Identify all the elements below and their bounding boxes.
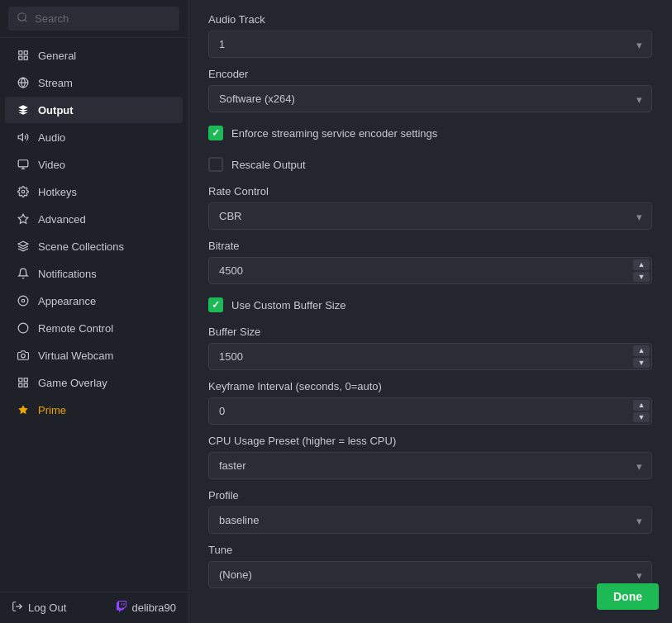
remote-icon xyxy=(17,321,30,335)
bitrate-spinner: ▲ ▼ xyxy=(632,259,651,283)
tune-select[interactable]: (None) film animation grain stillimage f… xyxy=(208,561,652,588)
sidebar-item-game-overlay[interactable]: Game Overlay xyxy=(5,369,183,396)
sidebar-item-label: Scene Collections xyxy=(38,240,124,253)
svg-rect-2 xyxy=(19,51,22,55)
buffer-size-increment[interactable]: ▲ xyxy=(633,345,650,356)
sidebar-item-label: Stream xyxy=(38,77,73,89)
sparkle-icon xyxy=(17,212,30,226)
profile-select-wrapper: baseline main high high10 high422 high44… xyxy=(208,506,652,534)
encoder-select[interactable]: Software (x264) Hardware (NVENC) Hardwar… xyxy=(208,85,652,112)
profile-select[interactable]: baseline main high high10 high422 high44… xyxy=(208,506,652,534)
done-button-container: Done xyxy=(597,583,659,610)
sidebar-item-label: Notifications xyxy=(38,268,97,280)
keyframe-decrement[interactable]: ▼ xyxy=(633,412,650,423)
rate-control-select[interactable]: CBR VBR ABR CQP xyxy=(208,202,652,230)
rescale-checkbox-row: Rescale Output xyxy=(208,154,652,175)
sidebar-item-hotkeys[interactable]: Hotkeys xyxy=(5,178,183,205)
search-container xyxy=(0,0,188,38)
svg-point-17 xyxy=(18,323,28,333)
grid2-icon xyxy=(17,376,30,389)
buffer-size-decrement[interactable]: ▼ xyxy=(633,358,650,369)
buffer-size-spinner: ▲ ▼ xyxy=(632,345,651,369)
bitrate-group: Bitrate ▲ ▼ xyxy=(208,240,652,284)
svg-rect-9 xyxy=(18,160,28,167)
rescale-checkbox[interactable] xyxy=(208,157,223,172)
svg-line-1 xyxy=(25,20,27,22)
svg-point-0 xyxy=(18,13,26,21)
search-icon xyxy=(17,12,28,26)
username: delibra90 xyxy=(132,602,177,614)
custom-buffer-checkbox-row: ✓ Use Custom Buffer Size xyxy=(208,294,652,316)
sidebar-item-output[interactable]: Output xyxy=(5,97,183,123)
tune-select-wrapper: (None) film animation grain stillimage f… xyxy=(208,561,652,588)
logout-button[interactable]: Log Out xyxy=(12,601,66,615)
sidebar-item-prime[interactable]: Prime xyxy=(5,397,183,423)
tune-group: Tune (None) film animation grain stillim… xyxy=(208,544,652,588)
rescale-label: Rescale Output xyxy=(231,159,306,171)
globe-icon xyxy=(17,76,30,89)
cpu-preset-select[interactable]: ultrafast superfast veryfast faster fast… xyxy=(208,452,652,479)
audio-track-select-wrapper: 1 2 3 4 5 6 xyxy=(208,31,652,58)
svg-point-15 xyxy=(18,296,28,306)
keyframe-label: Keyframe Interval (seconds, 0=auto) xyxy=(208,380,652,392)
buffer-size-input[interactable] xyxy=(208,343,652,370)
logout-label: Log Out xyxy=(28,602,66,614)
svg-marker-23 xyxy=(18,405,28,414)
sidebar-item-notifications[interactable]: Notifications xyxy=(5,260,183,287)
svg-point-18 xyxy=(21,354,26,358)
custom-buffer-label: Use Custom Buffer Size xyxy=(231,299,346,312)
svg-point-16 xyxy=(21,299,25,302)
rate-control-select-wrapper: CBR VBR ABR CQP xyxy=(208,202,652,230)
sidebar-item-video[interactable]: Video xyxy=(5,151,183,178)
keyframe-increment[interactable]: ▲ xyxy=(633,400,650,411)
logout-icon xyxy=(12,601,23,615)
sidebar-item-advanced[interactable]: Advanced xyxy=(5,206,183,232)
bitrate-label: Bitrate xyxy=(208,240,652,252)
search-input[interactable] xyxy=(35,12,171,25)
audio-track-label: Audio Track xyxy=(208,13,652,26)
svg-rect-21 xyxy=(19,383,22,387)
sidebar-item-label: Prime xyxy=(38,404,66,416)
sidebar-item-label: Remote Control xyxy=(38,322,113,335)
custom-buffer-checkbox[interactable]: ✓ xyxy=(208,297,223,312)
svg-rect-3 xyxy=(24,51,27,55)
enforce-checkbox[interactable]: ✓ xyxy=(208,126,223,140)
rate-control-group: Rate Control CBR VBR ABR CQP xyxy=(208,185,652,230)
sidebar: General Stream Output xyxy=(0,0,188,623)
search-box xyxy=(8,7,179,31)
sidebar-item-label: Output xyxy=(38,104,74,117)
cpu-preset-group: CPU Usage Preset (higher = less CPU) ult… xyxy=(208,435,652,479)
sidebar-item-virtual-webcam[interactable]: Virtual Webcam xyxy=(5,342,183,369)
bitrate-input[interactable] xyxy=(208,257,652,284)
layers-icon xyxy=(17,103,30,117)
svg-rect-4 xyxy=(19,56,22,59)
bell-icon xyxy=(17,267,30,280)
audio-track-group: Audio Track 1 2 3 4 5 6 xyxy=(208,13,652,58)
sidebar-item-label: Video xyxy=(38,159,65,171)
svg-point-12 xyxy=(21,190,25,193)
sidebar-item-audio[interactable]: Audio xyxy=(5,124,183,150)
sidebar-item-general[interactable]: General xyxy=(5,42,183,69)
gear-icon xyxy=(17,185,30,198)
enforce-label: Enforce streaming service encoder settin… xyxy=(231,127,437,140)
checkmark-icon: ✓ xyxy=(212,299,220,311)
sidebar-item-stream[interactable]: Stream xyxy=(5,69,183,96)
keyframe-input[interactable] xyxy=(208,397,652,425)
sidebar-item-label: General xyxy=(38,50,76,62)
sidebar-item-label: Game Overlay xyxy=(38,377,107,389)
bitrate-decrement[interactable]: ▼ xyxy=(633,272,650,283)
audio-track-select[interactable]: 1 2 3 4 5 6 xyxy=(208,31,652,58)
bitrate-input-wrapper: ▲ ▼ xyxy=(208,257,652,284)
bitrate-increment[interactable]: ▲ xyxy=(633,259,650,270)
main-content: Audio Track 1 2 3 4 5 6 Encoder Software… xyxy=(188,0,672,623)
sidebar-item-appearance[interactable]: Appearance xyxy=(5,288,183,314)
rate-control-label: Rate Control xyxy=(208,185,652,197)
sidebar-item-remote-control[interactable]: Remote Control xyxy=(5,315,183,341)
layers2-icon xyxy=(17,240,30,253)
encoder-select-wrapper: Software (x264) Hardware (NVENC) Hardwar… xyxy=(208,85,652,112)
palette-icon xyxy=(17,294,30,307)
sidebar-item-scene-collections[interactable]: Scene Collections xyxy=(5,233,183,259)
svg-rect-20 xyxy=(24,378,27,382)
grid-icon xyxy=(17,49,30,62)
done-button[interactable]: Done xyxy=(597,583,659,610)
